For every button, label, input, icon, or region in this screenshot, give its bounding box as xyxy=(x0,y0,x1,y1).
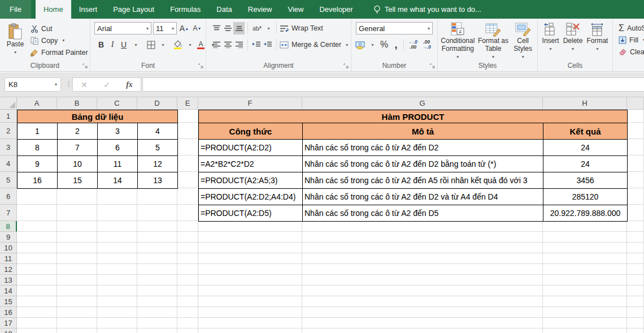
cell-styles-button[interactable]: Cell Styles ▾ xyxy=(510,20,536,61)
cell-G13[interactable] xyxy=(302,275,543,286)
row-header-3[interactable]: 3 xyxy=(0,139,17,155)
column-header-G[interactable]: G xyxy=(302,97,543,110)
copy-button[interactable]: Copy xyxy=(31,34,88,46)
format-as-table-dropdown-icon[interactable]: ▾ xyxy=(492,53,494,61)
row-header-18[interactable]: 18 xyxy=(0,328,17,333)
cell-A3[interactable]: 8 xyxy=(17,139,58,156)
cell-D12[interactable] xyxy=(137,264,177,275)
row-header-14[interactable]: 14 xyxy=(0,286,17,296)
cell-I14[interactable] xyxy=(627,286,644,296)
cell-D2[interactable]: 4 xyxy=(137,123,178,140)
name-box-dropdown-icon[interactable]: ▾ xyxy=(55,82,57,87)
borders-icon[interactable] xyxy=(145,38,156,51)
cell-F10[interactable] xyxy=(198,243,302,253)
clear-button[interactable]: Clear xyxy=(619,46,644,58)
cell-G16[interactable] xyxy=(302,307,543,318)
cell-G12[interactable] xyxy=(302,264,543,275)
wrap-text-button[interactable]: Wrap Text xyxy=(280,23,323,34)
cell-C16[interactable] xyxy=(97,307,137,318)
cell-F13[interactable] xyxy=(198,275,302,286)
italic-button[interactable]: I xyxy=(107,38,118,51)
cell-B5[interactable]: 15 xyxy=(57,172,98,189)
cell-G10[interactable] xyxy=(302,243,543,253)
cell-B7[interactable] xyxy=(57,205,97,221)
cell-F15[interactable] xyxy=(198,296,302,307)
cell-C4[interactable]: 11 xyxy=(97,155,138,172)
tell-me-box[interactable]: Tell me what you want to do... xyxy=(373,0,481,19)
cell-E2[interactable] xyxy=(177,123,198,139)
cell-F16[interactable] xyxy=(198,307,302,318)
cell-H7-result[interactable]: 20.922.789.888.000 xyxy=(543,205,628,222)
cell-A5[interactable]: 16 xyxy=(17,172,58,189)
conditional-formatting-button[interactable]: ≠ Conditional Formatting ▾ xyxy=(439,20,476,61)
cell-A15[interactable] xyxy=(17,296,57,307)
cell-C2[interactable]: 3 xyxy=(97,123,138,140)
row-header-17[interactable]: 17 xyxy=(0,318,17,328)
number-dialog-launcher-icon[interactable] xyxy=(430,63,436,69)
align-center-icon[interactable] xyxy=(222,38,233,51)
cell-I12[interactable] xyxy=(627,264,644,275)
row-header-10[interactable]: 10 xyxy=(0,243,17,253)
cell-E16[interactable] xyxy=(177,307,198,318)
cell-A1-merged-title[interactable]: Bảng dữ liệu xyxy=(17,110,178,123)
cell-C17[interactable] xyxy=(97,318,137,328)
row-header-4[interactable]: 4 xyxy=(0,155,17,172)
cell-F8[interactable] xyxy=(198,221,302,232)
format-cells-button[interactable]: Format ▾ xyxy=(586,20,608,53)
delete-dropdown-icon[interactable]: ▾ xyxy=(572,45,574,53)
cell-G14[interactable] xyxy=(302,286,543,296)
decrease-decimal-icon[interactable]: .00→.0 xyxy=(420,40,433,50)
cell-E11[interactable] xyxy=(177,253,198,264)
cell-B9[interactable] xyxy=(57,232,97,243)
clipboard-dialog-launcher-icon[interactable] xyxy=(82,63,88,69)
cell-H5-result[interactable]: 3456 xyxy=(543,172,628,189)
cell-H15[interactable] xyxy=(543,296,627,307)
borders-dropdown-icon[interactable] xyxy=(156,38,168,51)
cell-E9[interactable] xyxy=(177,232,198,243)
cell-D10[interactable] xyxy=(137,243,177,253)
cell-D8[interactable] xyxy=(137,221,177,232)
row-header-7[interactable]: 7 xyxy=(0,205,17,221)
cell-D15[interactable] xyxy=(137,296,177,307)
comma-style-icon[interactable]: , xyxy=(391,38,401,51)
cell-B13[interactable] xyxy=(57,275,97,286)
cell-B2[interactable]: 2 xyxy=(57,123,98,140)
cell-H2-header[interactable]: Kết quả xyxy=(543,123,628,140)
cell-D13[interactable] xyxy=(137,275,177,286)
tab-view[interactable]: View xyxy=(280,0,311,19)
top-align-icon[interactable] xyxy=(211,22,222,34)
row-header-1[interactable]: 1 xyxy=(0,110,17,123)
cell-G8[interactable] xyxy=(302,221,543,232)
cell-B12[interactable] xyxy=(57,264,97,275)
tab-data[interactable]: Data xyxy=(208,0,240,19)
insert-cells-button[interactable]: Insert ▾ xyxy=(542,20,559,53)
column-header-C[interactable]: C xyxy=(97,97,137,110)
cell-F14[interactable] xyxy=(198,286,302,296)
cell-F17[interactable] xyxy=(198,318,302,328)
increase-decimal-icon[interactable]: ←.0.00 xyxy=(406,40,420,50)
cell-I1[interactable] xyxy=(627,110,644,123)
format-dropdown-icon[interactable]: ▾ xyxy=(596,45,598,53)
cell-B8[interactable] xyxy=(57,221,97,232)
row-header-11[interactable]: 11 xyxy=(0,253,17,264)
orientation-icon[interactable]: ab xyxy=(251,22,262,34)
underline-dropdown-icon[interactable] xyxy=(129,38,141,51)
cell-G2-header[interactable]: Mô tả xyxy=(302,123,543,140)
cell-E18[interactable] xyxy=(177,328,198,333)
cell-G3-description[interactable]: Nhân các số trong các ô từ A2 đến D2 xyxy=(302,139,543,156)
cell-B10[interactable] xyxy=(57,243,97,253)
font-color-icon[interactable]: A xyxy=(195,38,206,51)
autosum-button[interactable]: Σ AutoSum xyxy=(619,22,644,34)
format-painter-button[interactable]: Format Painter xyxy=(31,46,88,58)
cell-G9[interactable] xyxy=(302,232,543,243)
cell-A6[interactable] xyxy=(17,188,57,205)
cell-D17[interactable] xyxy=(137,318,177,328)
cell-I16[interactable] xyxy=(627,307,644,318)
align-left-icon[interactable] xyxy=(211,38,222,51)
cell-B15[interactable] xyxy=(57,296,97,307)
column-header-B[interactable]: B xyxy=(57,97,97,110)
row-header-9[interactable]: 9 xyxy=(0,232,17,243)
decrease-indent-icon[interactable] xyxy=(251,38,262,51)
insert-dropdown-icon[interactable]: ▾ xyxy=(550,45,552,53)
underline-button[interactable]: U xyxy=(118,38,129,51)
